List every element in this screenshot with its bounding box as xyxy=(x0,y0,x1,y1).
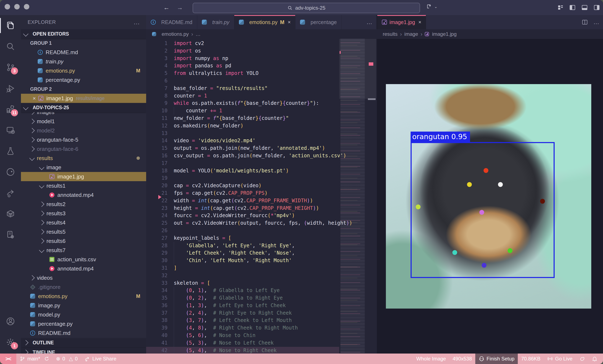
notifications-bell-item[interactable] xyxy=(588,353,603,364)
tree-item-annotated.mp4[interactable]: annotated.mp4 xyxy=(21,190,146,199)
image-preview-pane[interactable]: orangutan 0.95 xyxy=(377,39,603,353)
close-tab-icon[interactable]: × xyxy=(288,19,291,25)
scrollbar[interactable] xyxy=(368,39,376,353)
tree-item-orangutan-face-5[interactable]: orangutan-face-5 xyxy=(21,135,146,144)
chevron-right-icon xyxy=(39,238,44,243)
outline-header[interactable]: OUTLINE xyxy=(21,338,146,347)
live-share-icon xyxy=(6,188,15,198)
code-editor[interactable]: 1234567891011121314151617181920212223242… xyxy=(146,39,376,353)
close-window-button[interactable] xyxy=(5,4,10,10)
go-live-item[interactable]: Go Live xyxy=(544,353,576,364)
tab-train.py[interactable]: train.py xyxy=(197,15,234,29)
breadcrumb[interactable]: emotions.py › … xyxy=(146,29,376,39)
tab-README.md[interactable]: iREADME.md xyxy=(146,15,197,29)
activity-accounts[interactable] xyxy=(0,311,21,332)
activity-github[interactable] xyxy=(0,162,21,182)
forward-button[interactable]: → xyxy=(177,4,183,11)
toggle-bottom-panel-icon[interactable] xyxy=(581,4,588,11)
close-editor-icon[interactable]: × xyxy=(33,95,36,102)
tab-emotions.py[interactable]: emotions.pyM× xyxy=(234,15,296,29)
editor-group-image: image1.jpg × … results › image › image1.… xyxy=(377,15,603,353)
remote-indicator[interactable]: >< xyxy=(0,353,16,364)
tree-item-orangutan-face-6[interactable]: orangutan-face-6 xyxy=(21,144,146,154)
open-editor-emotions.py[interactable]: emotions.pyM xyxy=(21,66,146,75)
tree-item-emotions.py[interactable]: emotions.pyM xyxy=(21,292,146,301)
toggle-left-sidebar-icon[interactable] xyxy=(569,4,576,11)
py-file-icon xyxy=(202,20,207,25)
git-branch-item[interactable]: main* xyxy=(16,353,53,364)
tree-item-README.md[interactable]: iREADME.md xyxy=(21,329,146,338)
tree-item-.gitignore[interactable]: .gitignore xyxy=(21,282,146,292)
py-file-icon xyxy=(30,303,35,308)
activity-extensions[interactable]: 11 xyxy=(0,99,21,120)
open-editor-README.md[interactable]: iREADME.md xyxy=(21,48,146,57)
activity-run-debug[interactable] xyxy=(0,78,21,99)
tree-item-model2[interactable]: model2 xyxy=(21,126,146,135)
back-button[interactable]: ← xyxy=(163,4,170,11)
resolution-item[interactable]: 490x538 xyxy=(449,353,475,364)
tab-percentage[interactable]: percentage xyxy=(295,15,341,29)
open-editor-train.py[interactable]: train.py xyxy=(21,57,146,66)
open-editors-header[interactable]: OPEN EDITORS xyxy=(21,29,146,38)
timeline-header[interactable]: TIMELINE xyxy=(21,348,146,353)
tree-item-results4[interactable]: results4 xyxy=(21,218,146,227)
open-editor-image1.jpg[interactable]: ×image1.jpgresults/image xyxy=(21,94,146,103)
tree-item-results6[interactable]: results6 xyxy=(21,236,146,246)
badge: 1 xyxy=(11,342,18,349)
tree-item-annotated.mp4[interactable]: annotated.mp4 xyxy=(21,264,146,273)
activity-remote-explorer[interactable] xyxy=(0,120,21,141)
tab-image1[interactable]: image1.jpg × xyxy=(377,15,426,29)
tree-item-videos[interactable]: videos xyxy=(21,273,146,282)
vid-file-icon xyxy=(49,266,54,271)
open-editors-list: GROUP 1iREADME.mdtrain.pyemotions.pyMper… xyxy=(21,38,146,103)
editor-actions-button[interactable]: … xyxy=(593,19,599,25)
editor-actions-button[interactable]: … xyxy=(363,15,376,29)
command-center-search[interactable]: adv-topics-25 xyxy=(193,3,420,13)
chevron-down-icon xyxy=(39,183,44,188)
git-file-icon xyxy=(30,285,35,289)
tree-item-results5[interactable]: results5 xyxy=(21,227,146,236)
activity-search[interactable] xyxy=(0,36,21,57)
zoom-window-button[interactable] xyxy=(24,4,29,10)
vscode-window: ← → adv-topics-25 ⌄ xyxy=(0,0,603,364)
activity-docker[interactable] xyxy=(0,203,21,224)
close-tab-icon[interactable]: × xyxy=(418,19,421,25)
tree-item-results7[interactable]: results7 xyxy=(21,246,146,255)
tree-item-action_units.csv[interactable]: action_units.csv xyxy=(21,255,146,264)
activity-project-tools[interactable] xyxy=(0,224,21,245)
gitmoji-squirrel-item[interactable] xyxy=(576,353,588,364)
activity-testing[interactable] xyxy=(0,141,21,162)
activity-bar: 3111 xyxy=(0,15,21,353)
open-editor-percentage.py[interactable]: percentage.py xyxy=(21,75,146,85)
split-editor-icon[interactable] xyxy=(582,19,588,25)
live-share-item[interactable]: Live Share xyxy=(81,353,120,364)
activity-source-control[interactable]: 3 xyxy=(0,57,21,78)
customize-layout-icon[interactable] xyxy=(557,4,564,11)
tree-item-image.py[interactable]: image.py xyxy=(21,301,146,310)
sync-icon[interactable] xyxy=(44,356,49,362)
problems-item[interactable]: ⊗0 △0 xyxy=(53,353,81,364)
copilot-icon xyxy=(479,356,485,362)
tree-item-model.py[interactable]: model.py xyxy=(21,310,146,319)
tree-item-results[interactable]: results xyxy=(21,154,146,163)
copilot-finish-setup-item[interactable]: Finish Setup xyxy=(475,353,518,364)
tree-item-image[interactable]: image xyxy=(21,163,146,172)
activity-settings[interactable]: 1 xyxy=(0,332,21,353)
copilot-menu-button[interactable]: ⌄ xyxy=(426,3,437,10)
tree-item-results2[interactable]: results2 xyxy=(21,199,146,209)
toggle-right-sidebar-icon[interactable] xyxy=(593,4,600,11)
tree-item-results3[interactable]: results3 xyxy=(21,209,146,218)
modified-badge: M xyxy=(136,293,140,299)
tree-item-percentage.py[interactable]: percentage.py xyxy=(21,319,146,329)
git-deleted-lines-marker xyxy=(158,195,162,199)
tree-item-image1.jpg[interactable]: image1.jpg xyxy=(21,172,146,181)
activity-live-share[interactable] xyxy=(0,182,21,203)
workspace-header[interactable]: ADV-TOPICS-25 xyxy=(21,103,146,112)
activity-explorer[interactable] xyxy=(0,15,21,36)
explorer-actions-button[interactable]: … xyxy=(134,19,140,26)
tree-item-results1[interactable]: results1 xyxy=(21,181,146,190)
whole-image-item[interactable]: Whole Image xyxy=(413,353,449,364)
breadcrumb-2[interactable]: results › image › image1.jpg xyxy=(377,29,603,39)
tree-item-model1[interactable]: model1 xyxy=(21,117,146,126)
minimize-window-button[interactable] xyxy=(14,4,20,10)
